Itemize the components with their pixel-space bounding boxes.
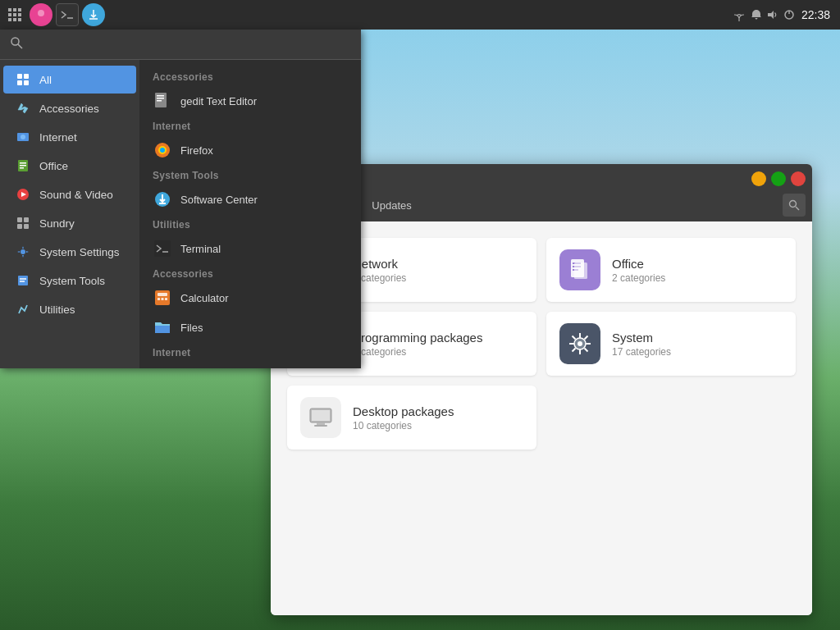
clock: 22:38 bbox=[801, 8, 830, 21]
section-header-utilities: Utilities bbox=[139, 214, 361, 234]
tab-updates[interactable]: Updates bbox=[355, 196, 427, 215]
svg-rect-66 bbox=[574, 262, 587, 279]
app-label-gedit: gedit Text Editor bbox=[180, 95, 257, 107]
app-item-gedit[interactable]: gedit Text Editor bbox=[139, 86, 361, 116]
sound-video-icon bbox=[15, 186, 31, 203]
svg-rect-30 bbox=[17, 217, 22, 222]
sidebar-item-system-tools[interactable]: System Tools bbox=[3, 267, 136, 294]
desktop-card-name: Desktop packages bbox=[353, 404, 454, 418]
cat-card-desktop[interactable]: Desktop packages 10 categories bbox=[287, 386, 536, 450]
svg-rect-51 bbox=[158, 298, 160, 300]
section-header-accessories-1: Accessories bbox=[139, 66, 361, 86]
section-header-accessories-2: Accessories bbox=[139, 263, 361, 283]
minimize-button[interactable]: − bbox=[751, 171, 766, 186]
power-icon bbox=[783, 9, 795, 21]
desktop-card-text: Desktop packages 10 categories bbox=[353, 404, 454, 431]
svg-rect-3 bbox=[8, 13, 11, 16]
svg-rect-73 bbox=[317, 422, 325, 425]
sidebar-item-sundry[interactable]: Sundry bbox=[3, 209, 136, 237]
all-icon bbox=[15, 71, 31, 88]
app-item-firefox[interactable]: Firefox bbox=[139, 135, 361, 165]
app-menu: All Accessories Interne bbox=[0, 30, 361, 368]
svg-rect-31 bbox=[24, 217, 29, 222]
budgie-icon[interactable] bbox=[30, 3, 52, 26]
internet-icon bbox=[15, 129, 31, 145]
app-label-files: Files bbox=[180, 322, 203, 334]
sidebar-item-accessories[interactable]: Accessories bbox=[3, 94, 136, 122]
sidebar-item-sound-video[interactable]: Sound & Video bbox=[3, 180, 136, 208]
terminal-icon bbox=[153, 239, 172, 258]
section-header-internet-2: Internet bbox=[139, 342, 361, 362]
svg-rect-4 bbox=[13, 13, 16, 16]
app-item-software-center[interactable]: Software Center bbox=[139, 185, 361, 214]
svg-rect-6 bbox=[8, 18, 11, 21]
app-item-calculator[interactable]: Calculator bbox=[139, 283, 361, 313]
svg-marker-13 bbox=[768, 11, 774, 19]
section-header-internet-1: Internet bbox=[139, 116, 361, 135]
notification-icon bbox=[751, 9, 762, 21]
programming-card-text: Programming packages 5 categories bbox=[353, 331, 482, 358]
system-card-icon bbox=[559, 323, 600, 364]
svg-rect-25 bbox=[20, 162, 26, 164]
svg-rect-33 bbox=[24, 224, 29, 229]
sidebar-item-label-accessories: Accessories bbox=[39, 103, 99, 115]
utilities-icon bbox=[15, 301, 31, 317]
sidebar-item-office[interactable]: Office bbox=[3, 152, 136, 180]
svg-rect-1 bbox=[13, 8, 16, 11]
maximize-button[interactable]: □ bbox=[771, 171, 786, 186]
office-card-count: 2 categories bbox=[612, 272, 665, 284]
svg-rect-0 bbox=[8, 8, 11, 11]
search-input[interactable] bbox=[28, 38, 351, 52]
search-icon bbox=[10, 36, 23, 52]
sidebar-item-utilities[interactable]: Utilities bbox=[3, 295, 136, 323]
system-card-count: 17 categories bbox=[612, 346, 671, 358]
svg-rect-54 bbox=[155, 326, 170, 333]
desktop-card-icon bbox=[300, 397, 341, 438]
svg-point-10 bbox=[38, 10, 44, 16]
sidebar-item-system-settings[interactable]: System Settings bbox=[3, 238, 136, 266]
svg-rect-35 bbox=[18, 276, 28, 285]
desktop-card-count: 10 categories bbox=[353, 420, 454, 431]
sidebar-item-internet[interactable]: Internet bbox=[3, 123, 136, 151]
svg-point-55 bbox=[790, 201, 797, 208]
accessories-icon bbox=[15, 100, 31, 116]
sidebar-item-label-internet: Internet bbox=[39, 131, 77, 144]
app-item-files[interactable]: Files bbox=[139, 313, 361, 342]
close-button[interactable]: ✕ bbox=[791, 171, 806, 186]
system-card-name: System bbox=[612, 331, 671, 345]
sidebar-item-label-system-settings: System Settings bbox=[39, 246, 120, 258]
svg-rect-7 bbox=[13, 18, 16, 21]
svg-rect-8 bbox=[18, 18, 21, 21]
app-label-terminal: Terminal bbox=[180, 243, 221, 255]
terminal-taskbar-icon[interactable] bbox=[56, 3, 79, 26]
apps-list: Accessories gedit Text Editor Internet bbox=[139, 60, 361, 368]
calculator-icon bbox=[153, 288, 172, 308]
window-search-button[interactable] bbox=[783, 194, 806, 217]
apps-grid-icon[interactable] bbox=[3, 3, 26, 26]
sidebar-item-all[interactable]: All bbox=[3, 66, 136, 94]
cat-card-system[interactable]: System 17 categories bbox=[546, 312, 796, 376]
office-card-icon bbox=[559, 249, 600, 290]
system-tray-icons bbox=[733, 8, 795, 21]
software-center-icon bbox=[153, 189, 172, 209]
svg-point-34 bbox=[21, 249, 25, 254]
svg-rect-53 bbox=[165, 298, 167, 300]
programming-card-count: 5 categories bbox=[353, 346, 482, 358]
office-card-name: Office bbox=[612, 257, 665, 271]
svg-line-17 bbox=[18, 44, 22, 48]
svg-rect-20 bbox=[17, 80, 22, 85]
system-settings-icon bbox=[15, 244, 31, 260]
svg-rect-21 bbox=[24, 80, 29, 85]
sidebar-item-label-all: All bbox=[39, 74, 52, 86]
app-label-firefox: Firefox bbox=[180, 144, 213, 157]
downloader-icon[interactable] bbox=[82, 3, 105, 26]
app-item-terminal[interactable]: Terminal bbox=[139, 234, 361, 263]
svg-rect-52 bbox=[162, 298, 164, 300]
section-header-system-tools: System Tools bbox=[139, 165, 361, 185]
svg-rect-39 bbox=[157, 95, 164, 97]
network-tray-icon bbox=[733, 8, 746, 21]
cat-card-office[interactable]: Office 2 categories bbox=[546, 238, 796, 302]
system-tools-icon bbox=[15, 272, 31, 289]
sidebar-item-label-sound-video: Sound & Video bbox=[39, 189, 113, 201]
window-controls: − □ ✕ bbox=[751, 171, 806, 186]
